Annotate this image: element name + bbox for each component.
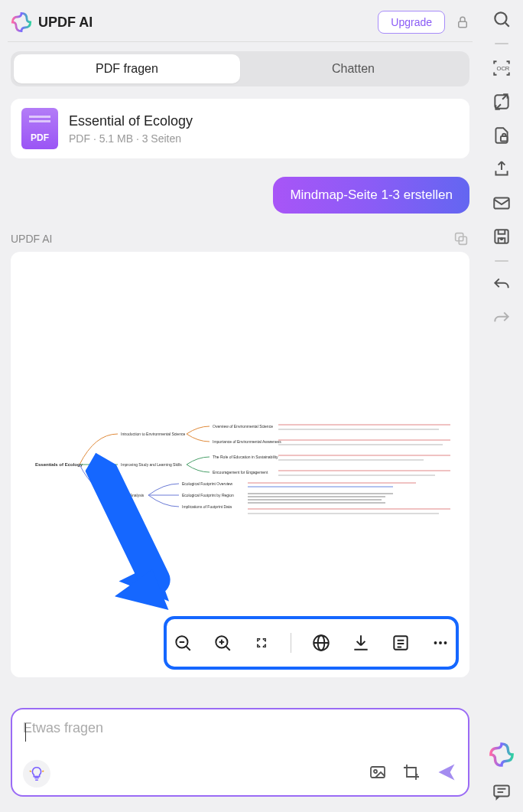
svg-rect-56 (495, 95, 508, 108)
side-divider (495, 260, 508, 262)
user-message-bubble: Mindmap-Seite 1-3 erstellen (273, 177, 469, 214)
svg-line-36 (226, 646, 229, 650)
more-icon[interactable] (430, 633, 450, 653)
globe-icon[interactable] (311, 633, 331, 653)
mindmap-canvas[interactable]: Essentials of Ecology Introduction to En… (11, 252, 469, 677)
undo-icon[interactable] (492, 276, 512, 295)
toolbar-separator (291, 633, 291, 653)
svg-point-53 (495, 12, 506, 24)
svg-text:Ecological Footprint Overview: Ecological Footprint Overview (182, 481, 233, 486)
svg-rect-61 (494, 785, 509, 796)
svg-point-60 (501, 238, 502, 240)
search-icon[interactable] (492, 9, 512, 29)
svg-line-50 (42, 771, 44, 771)
copy-icon[interactable] (453, 230, 469, 247)
crop-icon[interactable] (402, 763, 421, 784)
tab-chat[interactable]: Chatten (240, 54, 466, 83)
fit-screen-icon[interactable] (252, 634, 271, 652)
pdf-file-icon (21, 108, 58, 149)
chat-input-box[interactable]: Etwas fragen (11, 708, 469, 797)
svg-rect-57 (501, 136, 508, 142)
download-icon[interactable] (351, 633, 371, 653)
protect-icon[interactable] (492, 126, 512, 145)
app-logo-icon (11, 11, 32, 33)
mode-tabs: PDF fragen Chatten (11, 51, 469, 86)
convert-icon[interactable] (492, 92, 512, 112)
svg-text:The Role of Education in Susta: The Role of Education in Sustainability (213, 455, 278, 459)
lock-icon[interactable] (456, 15, 469, 30)
chat-input-placeholder: Etwas fragen (23, 720, 457, 739)
zoom-in-icon[interactable] (213, 633, 232, 653)
svg-point-52 (374, 770, 377, 773)
svg-text:Introduction to Environmental : Introduction to Environmental Science (121, 432, 185, 436)
svg-text:Essentials of Ecology: Essentials of Ecology (35, 462, 83, 467)
svg-text:Encouragement for Engagement: Encouragement for Engagement (213, 470, 268, 474)
svg-rect-59 (495, 230, 508, 243)
document-meta: PDF · 5.1 MB · 3 Seiten (69, 132, 193, 145)
svg-point-48 (443, 641, 447, 644)
outline-icon[interactable] (391, 633, 411, 653)
assistant-label: UPDF AI (11, 233, 52, 245)
comments-icon[interactable] (492, 781, 512, 801)
mindmap-toolbar (164, 616, 459, 670)
svg-line-49 (30, 771, 31, 771)
svg-rect-58 (494, 198, 509, 209)
assistant-response-card: Essentials of Ecology Introduction to En… (11, 252, 469, 677)
svg-point-46 (434, 641, 437, 644)
svg-point-47 (439, 641, 442, 644)
send-icon[interactable] (436, 761, 457, 786)
zoom-out-icon[interactable] (173, 633, 193, 653)
svg-rect-0 (459, 21, 467, 28)
svg-line-54 (505, 23, 509, 27)
text-cursor (25, 723, 26, 742)
suggestions-icon[interactable] (23, 760, 50, 788)
mail-icon[interactable] (492, 193, 512, 213)
upgrade-button[interactable]: Upgrade (378, 11, 445, 34)
save-icon[interactable] (492, 227, 512, 246)
svg-line-33 (186, 646, 190, 650)
side-divider (495, 43, 508, 44)
svg-text:OCR: OCR (497, 65, 510, 72)
svg-text:Improving Study and Learning S: Improving Study and Learning Skills (121, 462, 182, 467)
image-attach-icon[interactable] (369, 763, 387, 784)
svg-text:Importance of Environmental Aw: Importance of Environmental Awareness (213, 439, 281, 444)
ocr-icon[interactable]: OCR (492, 58, 512, 78)
app-title: UPDF AI (38, 15, 378, 31)
document-title: Essential of Ecology (69, 113, 193, 129)
redo-icon[interactable] (492, 309, 512, 329)
updf-logo-icon[interactable] (489, 742, 515, 768)
document-card[interactable]: Essential of Ecology PDF · 5.1 MB · 3 Se… (11, 99, 469, 158)
tab-pdf-ask[interactable]: PDF fragen (14, 54, 240, 83)
svg-text:Ecological Footprint by Region: Ecological Footprint by Region (182, 493, 234, 497)
share-icon[interactable] (492, 159, 512, 179)
svg-text:Overview of Environmental Scie: Overview of Environmental Science (213, 424, 273, 429)
